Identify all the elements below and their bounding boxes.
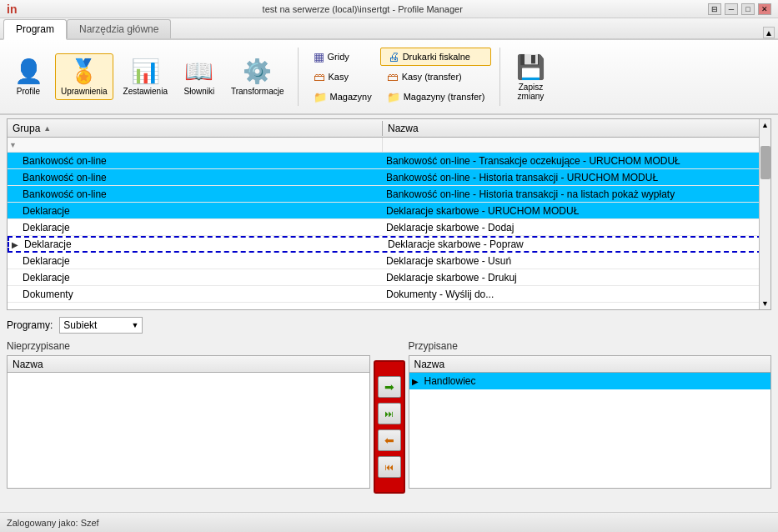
ribbon-uprawnienia[interactable]: 🏅 Uprawnienia <box>55 53 113 100</box>
move-left-icon: ⬅ <box>384 434 394 447</box>
title-text: test na serwerze (local)\insertgt - Prof… <box>17 4 708 14</box>
scroll-up-btn[interactable]: ▲ <box>760 121 770 129</box>
transformacje-icon: ⚙️ <box>243 58 272 85</box>
cell-grupa: Bankowość on-line <box>19 172 383 183</box>
ribbon-zestawienia[interactable]: 📊 Zestawienia <box>118 54 173 99</box>
programy-value: Subiekt <box>63 319 97 331</box>
ribbon: 👤 Profile 🏅 Uprawnienia 📊 Zestawienia 📖 … <box>0 40 778 115</box>
zapisz-icon: 💾 <box>516 53 545 81</box>
kasy-label: Kasy <box>329 72 349 82</box>
status-bar: Zalogowany jako: Szef <box>0 512 778 532</box>
row-indicator: ▶ <box>9 240 21 249</box>
cell-grupa: Deklaracje <box>19 255 383 267</box>
panel-nieprzypisane-col-label: Nazwa <box>13 359 43 370</box>
cell-nazwa: Bankowość on-line - Transakcje oczekując… <box>383 155 770 167</box>
zestawienia-icon: 📊 <box>131 58 160 85</box>
permissions-table: Grupa ▲ Nazwa ▼ Bankowość on-line Bankow… <box>7 118 771 310</box>
ribbon-btn-magazyny[interactable]: 📁 Magazyny <box>307 88 379 106</box>
tab-narzedzia[interactable]: Narzędzia główne <box>67 19 171 38</box>
panel-cell-nazwa: Handlowiec <box>421 375 771 387</box>
panel-przypisane: Przypisane Nazwa ▶ Handlowiec <box>409 340 772 489</box>
ribbon-small-group: ▦ Gridy 🗃 Kasy 📁 Magazyny 🖨 Drukarki fis… <box>307 48 492 106</box>
main-content: Grupa ▲ Nazwa ▼ Bankowość on-line Bankow… <box>0 115 778 512</box>
ribbon-profile[interactable]: 👤 Profile <box>7 54 50 99</box>
panel-nieprzypisane-box[interactable]: Nazwa <box>7 355 370 489</box>
ribbon-btn-kasy-transfer[interactable]: 🗃 Kasy (transfer) <box>380 68 492 86</box>
cell-grupa: Deklaracje <box>19 222 383 233</box>
programy-dropdown-arrow-icon: ▼ <box>131 321 138 329</box>
ribbon-zestawienia-label: Zestawienia <box>123 87 168 96</box>
panel-row[interactable]: ▶ Handlowiec <box>409 373 771 389</box>
panel-nieprzypisane-label: Nieprzypisane <box>7 340 370 352</box>
ribbon-sep-1 <box>298 48 299 106</box>
ribbon-col-left: ▦ Gridy 🗃 Kasy 📁 Magazyny <box>307 48 379 106</box>
magazyny-icon: 📁 <box>314 91 327 103</box>
tab-bar: Program Narzędzia główne ▲ <box>0 18 778 40</box>
cell-nazwa: Bankowość on-line - Historia transakcji … <box>383 188 770 200</box>
ribbon-uprawnienia-label: Uprawnienia <box>61 87 108 96</box>
table-row[interactable]: Bankowość on-line Bankowość on-line - Tr… <box>8 153 770 169</box>
programy-select[interactable]: Subiekt ▼ <box>59 317 143 334</box>
filter-row: ▼ <box>8 138 770 153</box>
table-row[interactable]: Deklaracje Deklaracje skarbowe - Drukuj <box>8 269 770 286</box>
title-bar: in test na serwerze (local)\insertgt - P… <box>0 0 778 18</box>
uprawnienia-icon: 🏅 <box>69 58 98 85</box>
filter-grupa: ▼ <box>8 138 383 152</box>
filter-icon: ▼ <box>9 141 17 149</box>
cell-grupa: Deklaracje <box>21 238 384 250</box>
app-logo: in <box>7 3 17 16</box>
panel-przypisane-box[interactable]: Nazwa ▶ Handlowiec <box>409 355 772 489</box>
ribbon-scroll-up[interactable]: ▲ <box>763 27 775 38</box>
ribbon-slowniki-label: Słowniki <box>184 87 215 96</box>
move-all-right-btn[interactable]: ⏭ <box>378 403 401 424</box>
table-row[interactable]: Deklaracje Deklaracje skarbowe - Dodaj <box>8 219 770 236</box>
filter-nazwa <box>383 138 770 152</box>
tab-program[interactable]: Program <box>3 19 67 40</box>
ribbon-btn-magazyny-transfer[interactable]: 📁 Magazyny (transfer) <box>380 88 492 106</box>
sort-arrow-icon: ▲ <box>43 124 51 133</box>
table-row[interactable]: Bankowość on-line Bankowość on-line - Hi… <box>8 186 770 203</box>
panel-przypisane-col-label: Nazwa <box>414 359 445 370</box>
ribbon-profile-label: Profile <box>17 87 40 96</box>
ribbon-slowniki[interactable]: 📖 Słowniki <box>178 54 221 99</box>
close-btn[interactable]: ✕ <box>758 3 771 15</box>
ribbon-zapisz-label: Zapisz zmiany <box>518 83 545 101</box>
cell-nazwa: Deklaracje skarbowe - Popraw <box>384 238 769 250</box>
gridy-icon: ▦ <box>314 50 324 63</box>
ribbon-btn-gridy[interactable]: ▦ Gridy <box>307 48 379 66</box>
ribbon-transformacje-label: Transformacje <box>231 87 284 96</box>
ribbon-btn-drukarki-fiskalne[interactable]: 🖨 Drukarki fiskalne <box>380 48 492 66</box>
maximize-btn[interactable]: □ <box>741 3 755 15</box>
table-row[interactable]: Deklaracje Deklaracje skarbowe - URUCHOM… <box>8 203 770 219</box>
move-all-left-btn[interactable]: ⏮ <box>378 456 401 478</box>
col-header-nazwa[interactable]: Nazwa <box>383 121 770 136</box>
table-header: Grupa ▲ Nazwa <box>8 119 770 138</box>
magazyny-label: Magazyny <box>330 92 372 102</box>
table-row[interactable]: Deklaracje Deklaracje skarbowe - Usuń <box>8 253 770 269</box>
move-right-icon: ➡ <box>384 380 394 394</box>
table-row-active[interactable]: ▶ Deklaracje Deklaracje skarbowe - Popra… <box>8 236 770 253</box>
cell-nazwa: Dokumenty - Wyślij do... <box>383 289 770 300</box>
gridy-label: Gridy <box>328 52 349 62</box>
scroll-down-btn[interactable]: ▼ <box>760 299 770 308</box>
role-panels: Nieprzypisane Nazwa ➡ ⏭ ⬅ ⏮ <box>7 340 771 494</box>
table-body: Bankowość on-line Bankowość on-line - Tr… <box>8 153 770 310</box>
ribbon-transformacje[interactable]: ⚙️ Transformacje <box>226 54 289 99</box>
ribbon-zapisz-zmiany[interactable]: 💾 Zapisz zmiany <box>509 50 552 104</box>
drukarki-fiskalne-icon: 🖨 <box>388 50 399 63</box>
table-scrollbar[interactable]: ▲ ▼ <box>759 119 770 309</box>
col-header-grupa-label: Grupa <box>13 123 40 134</box>
panel-przypisane-label: Przypisane <box>409 340 772 352</box>
panel-row-indicator: ▶ <box>409 377 421 386</box>
col-header-grupa[interactable]: Grupa ▲ <box>8 121 383 136</box>
move-left-btn[interactable]: ⬅ <box>378 429 401 451</box>
cell-grupa: Deklaracje <box>19 272 383 284</box>
cell-grupa: Dokumenty <box>19 289 383 300</box>
table-row[interactable]: Bankowość on-line Bankowość on-line - Hi… <box>8 169 770 186</box>
move-right-btn[interactable]: ➡ <box>378 376 401 398</box>
table-row[interactable]: Dokumenty Dokumenty - Wyślij do... <box>8 286 770 303</box>
minimize-btn[interactable]: ─ <box>725 3 738 15</box>
restore-btn[interactable]: ⊟ <box>708 3 721 15</box>
scroll-thumb[interactable] <box>760 146 770 179</box>
ribbon-btn-kasy[interactable]: 🗃 Kasy <box>307 68 379 86</box>
